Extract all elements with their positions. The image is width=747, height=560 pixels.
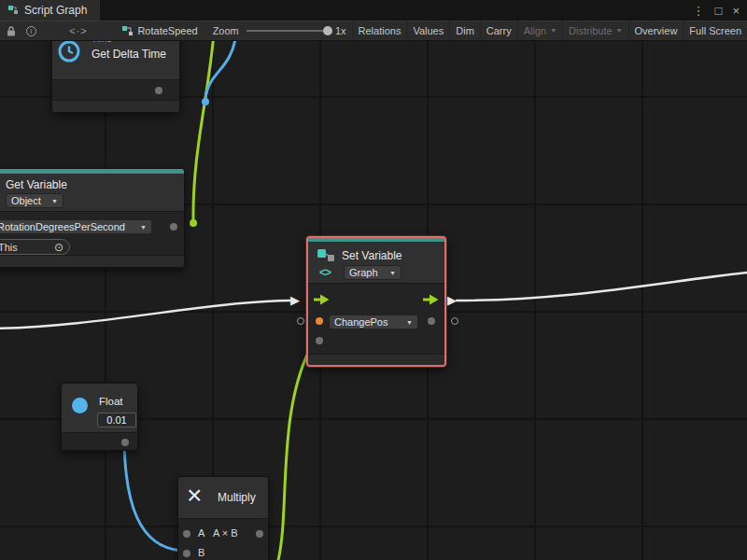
node-footer <box>0 255 184 267</box>
variable-scope-dropdown[interactable]: Graph ▼ <box>344 265 402 280</box>
variable-scope-dropdown[interactable]: Object ▼ <box>6 193 63 208</box>
node-category: Time <box>92 41 112 44</box>
float-output-port[interactable] <box>121 439 129 446</box>
graph-variable-icon: <> <box>319 266 331 279</box>
info-button[interactable]: i <box>21 21 41 41</box>
node-title: Multiply <box>218 491 256 504</box>
float-icon <box>72 398 88 413</box>
node-title: Float <box>99 396 123 407</box>
chevron-down-icon: ▼ <box>140 224 147 231</box>
tab-script-graph[interactable]: Script Graph <box>0 0 100 21</box>
lock-icon <box>6 25 17 36</box>
toolbar-button-carry[interactable]: Carry <box>481 21 518 41</box>
toolbar-button-distribute: Distribute▼ <box>563 21 628 41</box>
multiply-output-port[interactable] <box>256 530 263 538</box>
graph-canvas[interactable]: Time Get Delta Time Get Variable Object … <box>0 41 747 560</box>
multiply-input-a-port[interactable] <box>183 530 190 538</box>
toolbar-button-dim[interactable]: Dim <box>450 21 481 41</box>
set-variable-output-port[interactable] <box>428 317 435 325</box>
wire-float-to-multiply[interactable] <box>124 441 181 551</box>
info-icon: i <box>26 26 36 36</box>
node-multiply[interactable]: × Multiply A A × B B <box>177 476 269 560</box>
port-label-a: A <box>198 527 204 539</box>
node-get-delta-time[interactable]: Time Get Delta Time <box>51 41 180 113</box>
variable-name-dropdown[interactable]: RotationDegreesPerSecond ▼ <box>0 219 152 234</box>
window-controls: ⋮ □ × <box>693 0 740 21</box>
menu-icon[interactable]: ⋮ <box>693 4 705 18</box>
node-footer <box>52 100 179 112</box>
toolbar-button-align: Align▼ <box>518 21 563 41</box>
node-float[interactable]: Float 0.01 <box>61 383 138 451</box>
node-set-variable[interactable]: Set Variable <> Graph ▼ ChangePos ▼ <box>306 236 446 367</box>
node-title: Get Variable <box>6 178 67 191</box>
target-picker-icon[interactable]: ⊙ <box>54 241 63 254</box>
set-variable-icon <box>316 245 336 266</box>
float-value-input[interactable]: 0.01 <box>97 413 136 427</box>
wire-green-top[interactable] <box>193 41 214 220</box>
maximize-icon[interactable]: □ <box>715 4 723 18</box>
zoom-slider[interactable] <box>247 30 328 32</box>
tab-label: Script Graph <box>24 4 87 17</box>
unconnected-port-left[interactable] <box>297 317 304 325</box>
chevron-down-icon: ▼ <box>389 270 396 276</box>
wire-endpoint-green[interactable] <box>190 219 197 227</box>
variable-name-dropdown[interactable]: ChangePos ▼ <box>329 315 418 329</box>
unconnected-port-right[interactable] <box>451 317 458 325</box>
wire-flow-in[interactable] <box>0 301 290 329</box>
delta-time-output-port[interactable] <box>155 87 162 94</box>
graph-name: RotateSpeed <box>137 25 197 36</box>
flow-in-port[interactable]: ▶ <box>290 294 300 306</box>
node-title: Get Delta Time <box>92 48 166 61</box>
zoom-value: 1x <box>335 25 346 36</box>
code-view-button[interactable]: <·> <box>65 21 92 41</box>
wire-flow-out[interactable] <box>457 272 747 301</box>
code-icon: <·> <box>69 25 88 36</box>
script-graph-icon <box>121 25 133 37</box>
set-variable-value-port[interactable] <box>316 317 323 325</box>
wire-endpoint-blue[interactable] <box>202 98 209 105</box>
port-label-result: A × B <box>213 527 238 539</box>
set-variable-extra-port[interactable] <box>316 337 323 344</box>
multiply-input-b-port[interactable] <box>183 550 190 557</box>
toolbar-button-full-screen[interactable]: Full Screen <box>684 21 747 41</box>
zoom-slider-handle[interactable] <box>323 26 332 35</box>
lock-button[interactable] <box>2 21 21 41</box>
toolbar-button-values[interactable]: Values <box>407 21 450 41</box>
clock-icon <box>57 41 81 63</box>
port-label-b: B <box>198 547 204 558</box>
close-icon[interactable]: × <box>732 4 740 18</box>
script-graph-icon <box>7 5 19 16</box>
chevron-down-icon: ▼ <box>406 319 413 326</box>
this-object-field[interactable]: This ⊙ <box>0 239 70 255</box>
chevron-down-icon: ▼ <box>550 21 557 40</box>
tab-bar: Script Graph ⋮ □ × <box>0 0 747 21</box>
toolbar-button-relations[interactable]: Relations <box>352 21 408 41</box>
wire-multiply-to-setvariable[interactable] <box>277 340 315 560</box>
node-footer <box>308 354 444 365</box>
get-variable-output-port[interactable] <box>170 223 177 231</box>
chevron-down-icon: ▼ <box>51 198 58 204</box>
toolbar-button-overview[interactable]: Overview <box>629 21 684 41</box>
chevron-down-icon: ▼ <box>616 21 623 40</box>
flow-output-arrow-icon[interactable] <box>423 294 439 305</box>
multiply-icon: × <box>187 483 202 509</box>
flow-input-arrow-icon[interactable] <box>314 294 330 305</box>
flow-out-port[interactable]: ▶ <box>447 294 457 306</box>
node-title: Set Variable <box>342 249 402 262</box>
zoom-label: Zoom <box>213 25 239 36</box>
graph-toolbar: i <·> RotateSpeed Zoom 1x Relations Valu… <box>0 21 747 41</box>
node-get-variable[interactable]: Get Variable Object ▼ RotationDegreesPer… <box>0 168 185 268</box>
